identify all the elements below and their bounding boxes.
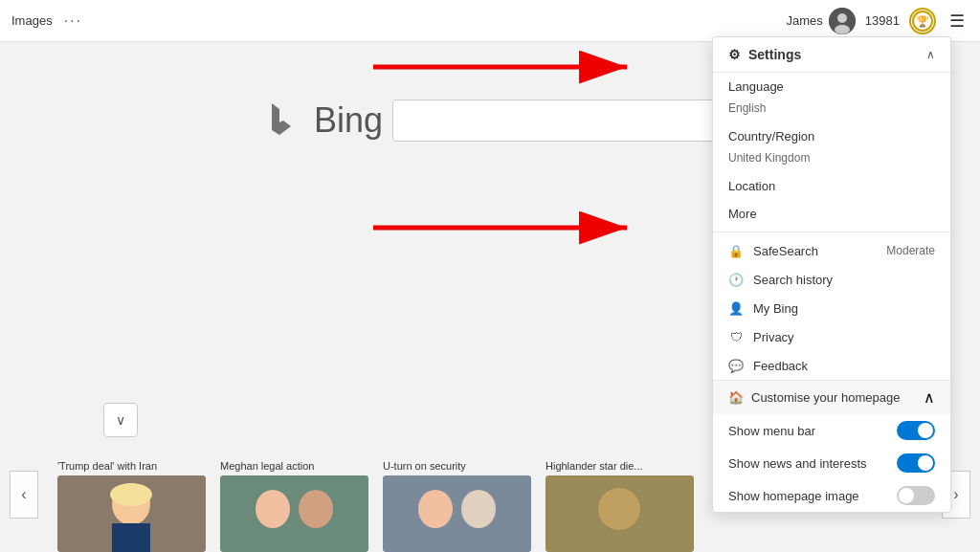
svg-point-13 [110, 483, 152, 506]
feedback-item[interactable]: 💬 Feedback [713, 351, 950, 380]
feedback-label: Feedback [753, 359, 935, 373]
home-icon: 🏠 [728, 390, 744, 405]
news-card-image [546, 475, 694, 552]
shield-icon: 🛡 [728, 329, 744, 344]
toggle-knob [899, 488, 914, 503]
clock-icon: 🕐 [728, 272, 744, 287]
collapse-button[interactable]: ∨ [103, 403, 138, 437]
language-item[interactable]: Language [713, 73, 950, 100]
language-label: Language [728, 79, 935, 94]
news-card-image [383, 475, 531, 552]
news-prev-button[interactable]: ‹ [10, 471, 38, 519]
search-input[interactable] [392, 99, 718, 142]
settings-header-left: ⚙ Settings [728, 47, 801, 62]
settings-chevron: ∧ [926, 48, 935, 61]
more-label: More [728, 207, 935, 221]
svg-rect-12 [112, 523, 150, 552]
more-nav-dots[interactable]: ··· [64, 12, 82, 30]
show-homepage-label: Show homepage image [728, 489, 887, 503]
show-news-item[interactable]: Show news and interests [713, 447, 950, 479]
settings-dropdown: ⚙ Settings ∧ Language English Country/Re… [712, 36, 951, 513]
news-card-title: U-turn on security [383, 460, 536, 472]
person-icon: 👤 [728, 300, 744, 316]
customise-chevron: ∧ [924, 388, 935, 407]
bing-logo-area: Bing [262, 99, 718, 142]
search-history-label: Search history [753, 273, 935, 287]
arrow-2 [373, 209, 641, 251]
chat-icon: 💬 [728, 358, 744, 373]
language-value: English [713, 100, 950, 122]
navbar-left: Images ··· [11, 12, 82, 30]
images-nav-link[interactable]: Images [11, 13, 53, 28]
svg-point-21 [598, 488, 640, 530]
user-info[interactable]: James [787, 8, 856, 34]
customise-header-left: 🏠 Customise your homepage [728, 390, 900, 405]
points-badge: 13981 [865, 13, 900, 28]
bing-b-logo [262, 99, 304, 142]
privacy-item[interactable]: 🛡 Privacy [713, 322, 950, 351]
more-item[interactable]: More [713, 200, 950, 228]
safesearch-label: SafeSearch [753, 244, 877, 258]
my-bing-label: My Bing [753, 301, 935, 316]
svg-point-19 [461, 490, 496, 528]
news-card-image [57, 475, 206, 552]
safesearch-item[interactable]: 🔒 SafeSearch Moderate [713, 236, 950, 265]
country-value: United Kingdom [713, 150, 950, 172]
svg-point-2 [835, 25, 850, 34]
show-homepage-item[interactable]: Show homepage image [713, 479, 950, 512]
svg-point-18 [418, 490, 453, 528]
privacy-label: Privacy [753, 330, 935, 344]
news-card[interactable]: Highlander star die... [546, 460, 699, 552]
toggle-knob [918, 423, 933, 438]
hamburger-menu-icon[interactable]: ☰ [946, 7, 969, 35]
news-card-image [220, 475, 368, 552]
customise-section-header[interactable]: 🏠 Customise your homepage ∧ [713, 380, 950, 414]
settings-label: Settings [748, 47, 801, 62]
news-card-title: Meghan legal action [220, 460, 373, 472]
my-bing-item[interactable]: 👤 My Bing [713, 294, 950, 322]
search-history-item[interactable]: 🕐 Search history [713, 265, 950, 294]
location-label: Location [728, 179, 935, 193]
svg-rect-17 [383, 475, 531, 552]
svg-marker-5 [272, 103, 291, 135]
reward-icon[interactable]: 🏆 [909, 8, 936, 34]
svg-text:🏆: 🏆 [916, 14, 929, 28]
news-card[interactable]: U-turn on security [383, 460, 536, 552]
news-card[interactable]: 'Trump deal' with Iran [57, 460, 211, 552]
svg-rect-14 [220, 475, 368, 552]
news-card-title: Highlander star die... [546, 460, 699, 472]
svg-point-16 [299, 490, 333, 528]
country-item[interactable]: Country/Region [713, 122, 950, 150]
lock-icon: 🔒 [728, 243, 744, 258]
svg-point-15 [256, 490, 290, 528]
gear-icon: ⚙ [728, 47, 741, 62]
show-news-label: Show news and interests [728, 456, 887, 471]
customise-label: Customise your homepage [751, 390, 900, 405]
safesearch-value: Moderate [886, 244, 935, 257]
show-menu-bar-toggle[interactable] [897, 421, 935, 440]
show-homepage-toggle[interactable] [897, 486, 935, 505]
show-news-toggle[interactable] [897, 453, 935, 473]
news-card[interactable]: Meghan legal action [220, 460, 373, 552]
country-label: Country/Region [728, 129, 935, 144]
news-card-title: 'Trump deal' with Iran [57, 460, 211, 472]
show-menu-bar-item[interactable]: Show menu bar [713, 414, 950, 447]
navbar-right: James 13981 🏆 ☰ [787, 7, 969, 35]
toggle-knob [918, 455, 933, 471]
divider [713, 232, 950, 232]
location-item[interactable]: Location [713, 172, 950, 200]
user-name: James [787, 13, 823, 28]
svg-point-1 [837, 13, 847, 23]
settings-section-header[interactable]: ⚙ Settings ∧ [713, 37, 950, 73]
avatar [829, 8, 856, 34]
bing-logo-text: Bing [314, 100, 383, 141]
show-menu-bar-label: Show menu bar [728, 424, 887, 438]
